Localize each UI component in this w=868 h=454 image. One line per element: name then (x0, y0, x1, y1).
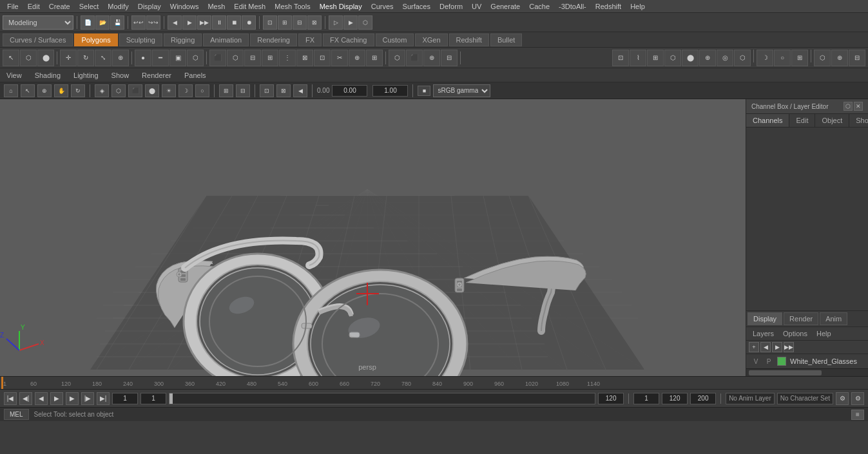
snap1-btn[interactable]: ⊡ (263, 15, 277, 30)
bevel-btn[interactable]: ⬡ (227, 50, 244, 66)
split-poly-btn[interactable]: ⋮ (279, 50, 296, 66)
insert-edge-btn[interactable]: ⊠ (296, 50, 313, 66)
cam-previous-btn[interactable]: ◀ (293, 84, 307, 97)
cam-select-btn[interactable]: ↖ (21, 84, 35, 97)
layer-visibility[interactable]: V (751, 358, 760, 365)
menu-item-uv[interactable]: UV (467, 1, 486, 12)
panel-tab-object[interactable]: Object (815, 114, 849, 127)
range-start-input[interactable] (633, 393, 659, 404)
cam-wireframe-btn[interactable]: ⬡ (111, 84, 126, 97)
cam-hud-btn[interactable]: ⊟ (236, 84, 250, 97)
tab-bullet[interactable]: Bullet (490, 33, 523, 46)
menu-item-cache[interactable]: Cache (525, 1, 554, 12)
tab-custom[interactable]: Custom (376, 33, 414, 46)
menu-item-deform[interactable]: Deform (435, 1, 467, 12)
char-settings-btn[interactable]: ⚙ (851, 392, 864, 405)
menu-item-redshift[interactable]: Redshift (591, 1, 626, 12)
cam-home-btn[interactable]: ⌂ (4, 84, 18, 97)
layer-playback[interactable]: P (764, 358, 773, 365)
snap2-btn[interactable]: ⊞ (278, 15, 292, 30)
tab-animation[interactable]: Animation (203, 33, 249, 46)
h-scrollbar[interactable] (746, 368, 868, 376)
menu-item-surfaces[interactable]: Surfaces (398, 1, 435, 12)
cam-lights-btn[interactable]: ☀ (162, 84, 176, 97)
play-start-btn[interactable]: |◀ (4, 392, 17, 405)
cam-ao-btn[interactable]: ○ (195, 84, 209, 97)
menu-item-modify[interactable]: Modify (103, 1, 133, 12)
play-end-btn[interactable]: ▶| (97, 392, 110, 405)
play-next-key-btn[interactable]: |▶ (81, 392, 94, 405)
menu-item-mesh[interactable]: Mesh (203, 1, 229, 12)
nav4-btn[interactable]: ⏸ (212, 15, 226, 30)
menu-item-edit[interactable]: Edit (23, 1, 44, 12)
merge-btn[interactable]: ⊞ (366, 50, 383, 66)
menu-item-edit-mesh[interactable]: Edit Mesh (229, 1, 270, 12)
prev-btn[interactable]: ◀ (168, 15, 182, 30)
cam-fit-btn[interactable]: ⊡ (260, 84, 274, 97)
range-end-input[interactable] (662, 393, 688, 404)
snap-grid-btn[interactable]: ⊡ (612, 50, 629, 66)
options-menu[interactable]: Options (780, 329, 810, 338)
edge-mode-btn[interactable]: ━ (152, 50, 169, 66)
play-next-btn[interactable]: ▶ (66, 392, 79, 405)
layer-row-1[interactable]: V P White_Nerd_Glasses (746, 354, 868, 368)
tab-rendering[interactable]: Rendering (250, 33, 297, 46)
multi-cut-btn[interactable]: ✂ (331, 50, 348, 66)
cam-value1-input[interactable] (332, 85, 367, 97)
render2-btn[interactable]: ▶ (343, 15, 358, 30)
frame-start-input[interactable] (112, 393, 138, 404)
h-scroll-thumb[interactable] (749, 370, 822, 375)
tab-rigging[interactable]: Rigging (164, 33, 202, 46)
panel-tab-anim[interactable]: Anim (820, 312, 847, 325)
menu-item-file[interactable]: File (3, 1, 23, 12)
cam-grid-btn[interactable]: ⊞ (219, 84, 233, 97)
anim-end-input[interactable] (690, 393, 716, 404)
play-prev-btn[interactable]: ◀ (35, 392, 48, 405)
menu-item-3dto[interactable]: -3DtoAll- (554, 1, 591, 12)
wireframe-btn[interactable]: ⬡ (734, 50, 751, 66)
save-file-btn[interactable]: 💾 (110, 15, 124, 30)
mode-indicator[interactable]: MEL (4, 409, 29, 420)
snap-surface-btn[interactable]: ⬡ (664, 50, 681, 66)
rotate-tool-btn[interactable]: ↻ (77, 50, 94, 66)
menu-item-generate[interactable]: Generate (486, 1, 525, 12)
panel-tab-channels[interactable]: Channels (746, 114, 789, 127)
snap4-btn[interactable]: ⊠ (307, 15, 322, 30)
open-file-btn[interactable]: 📂 (95, 15, 110, 30)
nav6-btn[interactable]: ⏺ (242, 15, 256, 30)
mode-dropdown[interactable]: Modeling Rigging Animation FX Rendering (3, 15, 73, 30)
create-poly-btn[interactable]: ⬛ (406, 50, 423, 66)
cam-textured-btn[interactable]: ⬛ (128, 84, 142, 97)
next-btn[interactable]: ▶ (182, 15, 197, 30)
layer-color-swatch[interactable] (777, 357, 786, 366)
lasso-select-btn[interactable]: ⬡ (20, 50, 37, 66)
shading2-btn[interactable]: ⊕ (699, 50, 716, 66)
scale-tool-btn[interactable]: ⤡ (95, 50, 111, 66)
new-file-btn[interactable]: 📄 (81, 15, 95, 30)
shading1-btn[interactable]: ⬤ (682, 50, 699, 66)
frame-end-input[interactable] (598, 393, 624, 404)
show-ao-btn[interactable]: ○ (774, 50, 791, 66)
xray-btn[interactable]: ◎ (717, 50, 733, 66)
view-menu[interactable]: View (3, 70, 26, 80)
select-tool-btn[interactable]: ↖ (3, 50, 19, 66)
separate-btn[interactable]: ⊟ (441, 50, 458, 66)
menu-item-mesh-display[interactable]: Mesh Display (315, 1, 367, 12)
menu-item-mesh-tools[interactable]: Mesh Tools (270, 1, 314, 12)
help-menu[interactable]: Help (814, 329, 834, 338)
append-poly-btn[interactable]: ⬡ (389, 50, 405, 66)
layers-menu[interactable]: Layers (750, 329, 776, 338)
layer-next-btn[interactable]: ▶ (772, 342, 782, 352)
anim-range-handle[interactable] (169, 393, 173, 404)
tab-curves-surfaces[interactable]: Curves / Surfaces (3, 33, 73, 46)
face-mode-btn[interactable]: ▣ (169, 50, 186, 66)
panel-close-btn[interactable]: ✕ (854, 102, 863, 111)
snap-point-btn[interactable]: ⊞ (647, 50, 664, 66)
soft-select-btn[interactable]: ⊕ (831, 50, 848, 66)
extrude-btn[interactable]: ⬛ (209, 50, 226, 66)
menu-item-windows[interactable]: Windows (166, 1, 204, 12)
play-prev-key-btn[interactable]: ◀| (19, 392, 32, 405)
play-btn[interactable]: ▶ (50, 392, 63, 405)
combine-btn[interactable]: ⊕ (423, 50, 440, 66)
panel-float-btn[interactable]: ⬡ (844, 102, 853, 111)
